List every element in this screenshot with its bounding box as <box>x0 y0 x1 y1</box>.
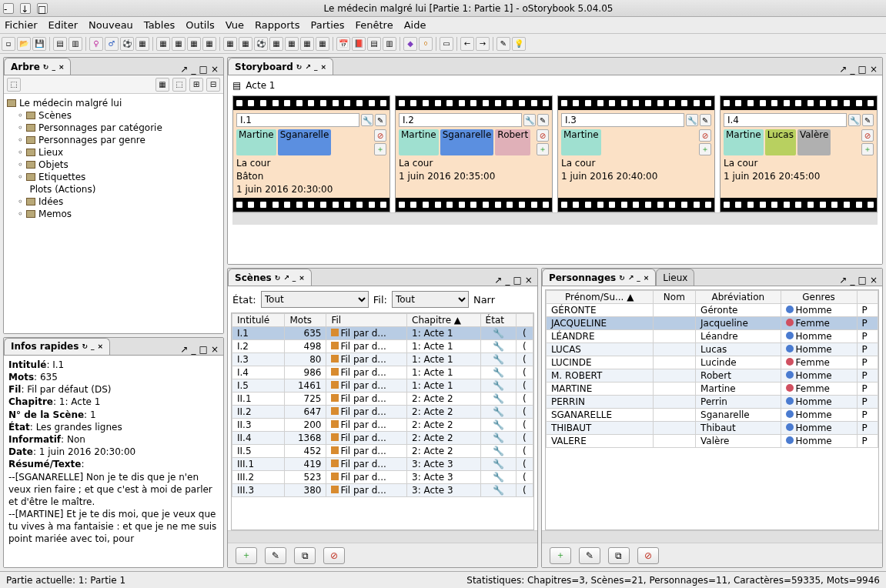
tree-node[interactable]: ◦ Lieux <box>7 146 220 159</box>
add-icon[interactable]: ＋ <box>537 143 549 155</box>
delete-button[interactable]: ⊘ <box>323 547 345 564</box>
table-row[interactable]: SGANARELLESganarelle HommeP <box>546 409 878 422</box>
storyboard-card[interactable]: 🔧 ✎ Martine ⊘ ＋ La cour 1 juin 2016 20:4… <box>557 95 715 212</box>
col-header[interactable]: Prénom/Su... ▲ <box>546 291 653 304</box>
tree-node[interactable]: ◦ Personnages par catégorie <box>7 122 220 134</box>
forbid-icon[interactable]: ⊘ <box>861 129 874 142</box>
tb-g2-icon[interactable]: ▦ <box>172 37 186 51</box>
table-row[interactable]: LUCINDELucinde FemmeP <box>546 356 878 369</box>
close-icon[interactable]: × <box>59 63 65 71</box>
table-row[interactable]: I.51461 Fil par d...1: Acte 1 🔧( <box>232 379 533 393</box>
tb-gem-icon[interactable]: ◆ <box>403 37 417 51</box>
table-row[interactable]: II.2647 Fil par d...2: Acte 2 🔧( <box>232 406 533 419</box>
add-icon[interactable]: ＋ <box>699 143 711 155</box>
tree-node[interactable]: ◦ Objets <box>7 159 220 171</box>
edit-button[interactable]: ✎ <box>579 547 600 564</box>
forbid-icon[interactable]: ⊘ <box>699 129 711 142</box>
wrench-icon[interactable]: 🔧 <box>361 114 373 126</box>
forbid-icon[interactable]: ⊘ <box>537 129 549 142</box>
menu-aide[interactable]: Aide <box>404 19 426 31</box>
tree-node[interactable]: ◦ Idées <box>7 195 220 208</box>
tree-node[interactable]: ◦ Memos <box>7 208 220 220</box>
table-row[interactable]: I.380 Fil par d...1: Acte 1 🔧( <box>232 353 533 366</box>
tree-collapse-icon[interactable]: ⊟ <box>206 78 220 92</box>
table-row[interactable]: LÉANDRELéandre HommeP <box>546 330 878 343</box>
min-icon[interactable]: _ <box>52 63 55 71</box>
card-id-input[interactable] <box>399 113 522 127</box>
edit-icon[interactable]: ✎ <box>862 114 874 126</box>
tb-grid-icon[interactable]: ▦ <box>135 37 149 51</box>
tb-g3-icon[interactable]: ▦ <box>187 37 201 51</box>
table-row[interactable]: II.1725 Fil par d...2: Acte 2 🔧( <box>232 393 533 406</box>
table-row[interactable]: I.1635 Fil par d...1: Acte 1 🔧( <box>232 327 533 340</box>
tb-bulb-icon[interactable]: 💡 <box>512 37 526 51</box>
table-row[interactable]: III.1419 Fil par d...3: Acte 3 🔧( <box>232 458 533 471</box>
tb-b1-icon[interactable]: ▦ <box>223 37 237 51</box>
table-row[interactable]: III.3380 Fil par d...3: Acte 3 🔧( <box>232 484 533 497</box>
tb-person-icon[interactable]: ♀ <box>89 37 103 51</box>
edit-icon[interactable]: ✎ <box>700 114 712 126</box>
edit-button[interactable]: ✎ <box>265 547 286 564</box>
table-row[interactable]: MARTINEMartine FemmeP <box>546 383 878 396</box>
tb-ball-icon[interactable]: ⚽ <box>120 37 134 51</box>
col-header[interactable]: Abréviation <box>696 291 781 304</box>
tb-book-icon[interactable]: 📕 <box>352 37 366 51</box>
tree-node[interactable]: ◦ Etiquettes <box>7 171 220 183</box>
col-header[interactable] <box>516 314 533 327</box>
table-row[interactable]: JACQUELINEJacqueline FemmeP <box>546 317 878 330</box>
tb-spiral-icon[interactable]: ౦ <box>419 37 433 51</box>
tree-panel-tab[interactable]: Arbre ↻ _ × <box>4 58 71 75</box>
table-row[interactable]: II.5452 Fil par d...2: Acte 2 🔧( <box>232 445 533 458</box>
menu-vue[interactable]: Vue <box>226 19 244 31</box>
etat-select[interactable]: Tout <box>261 291 369 308</box>
close-icon[interactable]: × <box>97 342 103 350</box>
table-row[interactable]: THIBAUTThibaut HommeP <box>546 422 878 435</box>
wrench-icon[interactable]: 🔧 <box>523 114 536 126</box>
pers-hscroll[interactable] <box>542 530 882 543</box>
col-header[interactable] <box>857 291 878 304</box>
table-row[interactable]: VALEREValère HommeP <box>546 435 878 448</box>
tb-new-icon[interactable]: ▫ <box>2 37 15 51</box>
storyboard-card[interactable]: 🔧 ✎ MartineSganarelleRobert ⊘ ＋ La cour … <box>395 95 553 212</box>
wrench-icon[interactable]: 🔧 <box>686 114 698 126</box>
float-icon[interactable]: ↗ <box>181 64 189 75</box>
copy-button[interactable]: ⧉ <box>294 547 316 564</box>
info-panel-tab[interactable]: Infos rapides ↻ _ × <box>4 338 110 355</box>
edit-icon[interactable]: ✎ <box>375 114 387 126</box>
forbid-icon[interactable]: ⊘ <box>374 129 386 142</box>
pmax-icon[interactable]: □ <box>199 64 208 75</box>
scenes-table[interactable]: IntituléMotsFilChapitre ▲État I.1635 Fil… <box>232 313 533 497</box>
menu-parties[interactable]: Parties <box>310 19 344 31</box>
menu-fenetre[interactable]: Fenêtre <box>356 19 393 31</box>
tb-g4-icon[interactable]: ▦ <box>202 37 216 51</box>
menu-editer[interactable]: Editer <box>48 19 79 31</box>
add-icon[interactable]: ＋ <box>374 143 386 155</box>
tree-node[interactable]: ◦ Personnages par genre <box>7 134 220 146</box>
menu-fichier[interactable]: Fichier <box>5 19 38 31</box>
table-row[interactable]: GÉRONTEGéronte HommeP <box>546 304 878 317</box>
tb-view2-icon[interactable]: ▥ <box>69 37 82 51</box>
menu-nouveau[interactable]: Nouveau <box>89 19 133 31</box>
tb-b5-icon[interactable]: ▦ <box>285 37 299 51</box>
min-icon[interactable]: _ <box>91 342 95 350</box>
tb-page-icon[interactable]: ▤ <box>367 37 381 51</box>
tb-open-icon[interactable]: 📂 <box>17 37 31 51</box>
table-row[interactable]: I.2498 Fil par d...1: Acte 1 🔧( <box>232 340 533 353</box>
tb-wand-icon[interactable]: ✎ <box>496 37 510 51</box>
scenes-tab[interactable]: Scènes ↻↗ _× <box>228 269 312 286</box>
table-row[interactable]: LUCASLucas HommeP <box>546 343 878 356</box>
pers-table[interactable]: Prénom/Su... ▲NomAbréviationGenres GÉRON… <box>546 290 878 448</box>
table-row[interactable]: I.4986 Fil par d...1: Acte 1 🔧( <box>232 366 533 379</box>
tree-v2-icon[interactable]: ⬚ <box>172 78 186 92</box>
pclose-icon[interactable]: × <box>211 64 219 75</box>
menu-rapports[interactable]: Rapports <box>255 19 299 31</box>
tree-root[interactable]: Le médecin malgré lui <box>7 97 220 109</box>
table-row[interactable]: III.2523 Fil par d...3: Acte 3 🔧( <box>232 471 533 484</box>
refresh-icon[interactable]: ↻ <box>43 63 49 71</box>
card-id-input[interactable] <box>236 113 359 127</box>
tb-b7-icon[interactable]: ▦ <box>316 37 329 51</box>
tb-b4-icon[interactable]: ▦ <box>269 37 283 51</box>
menu-outils[interactable]: Outils <box>186 19 215 31</box>
window-min-icon[interactable]: ↓ <box>20 3 31 14</box>
storyboard-hscroll[interactable] <box>232 212 878 225</box>
